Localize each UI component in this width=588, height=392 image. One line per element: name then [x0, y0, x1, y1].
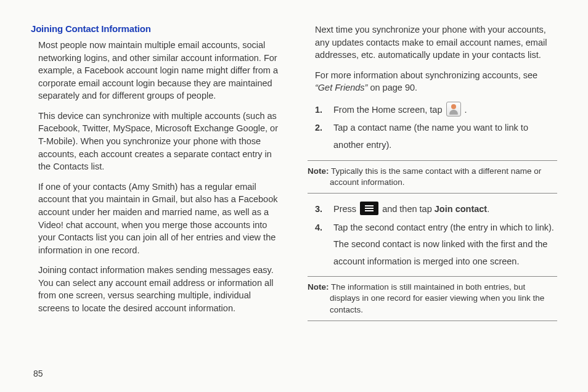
paragraph: This device can synchronize with multipl…: [38, 110, 280, 173]
right-column: Next time you synchronize your phone wit…: [308, 23, 557, 329]
paragraph: Most people now maintain multiple email …: [38, 39, 280, 102]
step-number: 4.: [315, 219, 322, 237]
note-label: Note:: [308, 166, 329, 176]
page-columns: Joining Contact Information Most people …: [31, 23, 557, 329]
step-number: 2.: [315, 120, 322, 137]
text-fragment: on page 90.: [367, 83, 417, 92]
paragraph: If one of your contacts (Amy Smith) has …: [38, 181, 280, 256]
steps-list: 1. From the Home screen, tap . 2. Tap a …: [315, 102, 557, 154]
menu-icon: [360, 202, 378, 215]
text-fragment: Press: [333, 204, 359, 214]
reference-title: “Get Friends”: [315, 83, 367, 92]
section-heading: Joining Contact Information: [31, 23, 280, 34]
step-item: 4. Tap the second contact entry (the ent…: [315, 219, 557, 271]
step-text: Tap the second contact entry (the entry …: [333, 223, 554, 266]
page-number: 85: [33, 369, 43, 378]
step-number: 1.: [315, 102, 322, 119]
note-body: Typically this is the same contact with …: [329, 166, 542, 187]
contacts-icon: [446, 102, 461, 116]
step-item: 2. Tap a contact name (the name you want…: [315, 120, 557, 153]
step-text: Press and then tap Join contact.: [333, 204, 489, 214]
text-fragment: From the Home screen, tap: [333, 105, 445, 115]
step-text: From the Home screen, tap .: [333, 105, 467, 115]
text-fragment: and then tap: [382, 204, 435, 214]
note-block: Note: The information is still maintaine…: [308, 276, 557, 321]
step-text: Tap a contact name (the name you want to…: [333, 123, 528, 150]
note-block: Note: Typically this is the same contact…: [308, 160, 557, 194]
step-number: 3.: [315, 201, 322, 218]
text-fragment: For more information about synchronizing…: [315, 70, 537, 80]
text-fragment: .: [465, 105, 467, 115]
ui-label: Join contact: [435, 204, 487, 214]
paragraph: Joining contact information makes sendin…: [38, 264, 280, 314]
step-item: 3. Press and then tap Join contact.: [315, 201, 557, 218]
steps-list: 3. Press and then tap Join contact. 4. T…: [315, 201, 557, 270]
text-fragment: .: [487, 204, 489, 214]
paragraph: Next time you synchronize your phone wit…: [315, 23, 557, 62]
step-item: 1. From the Home screen, tap .: [315, 102, 557, 119]
note-body: The information is still maintained in b…: [329, 282, 545, 314]
left-column: Joining Contact Information Most people …: [31, 23, 280, 329]
note-label: Note:: [308, 282, 329, 292]
paragraph: For more information about synchronizing…: [315, 69, 557, 94]
